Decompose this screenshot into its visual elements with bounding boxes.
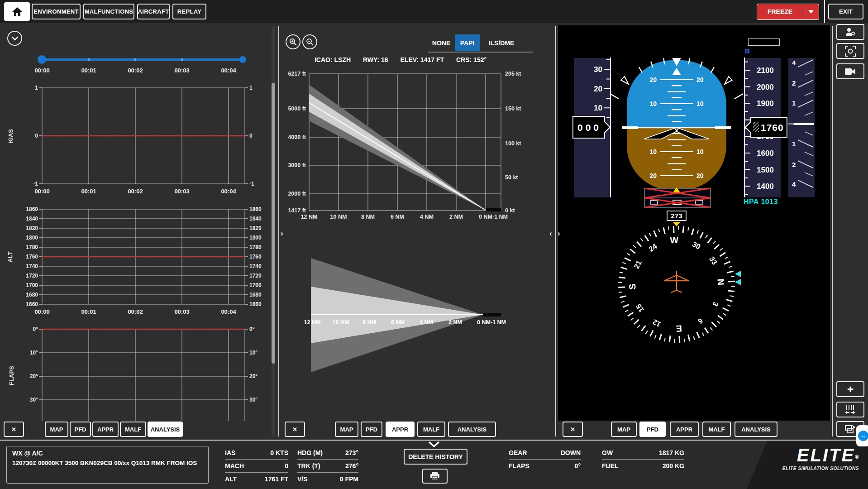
flaps-ytick-right: 0° bbox=[249, 326, 267, 332]
left-panel-scrollbar[interactable] bbox=[272, 27, 275, 437]
alt-time-label: 00:00 bbox=[34, 308, 49, 315]
wx-metar: 120730Z 00000KT 3500 BKN029CB 00/xx Q101… bbox=[12, 460, 203, 466]
freeze-label: FREEZE bbox=[757, 4, 803, 19]
left-panel-close-button[interactable]: ✕ bbox=[4, 422, 24, 437]
svg-text:2 NM: 2 NM bbox=[449, 214, 463, 220]
slider-time-label: 00:04 bbox=[221, 67, 236, 74]
instructor-station: ENVIRONMENT MALFUNCTIONS AIRCRAFT REPLAY… bbox=[0, 0, 868, 489]
middle-tab-analysis[interactable]: ANALYSIS bbox=[448, 422, 496, 437]
middle-tab-pfd[interactable]: PFD bbox=[361, 422, 382, 437]
focus-icon bbox=[845, 46, 856, 57]
collapse-panel-button[interactable] bbox=[7, 31, 22, 46]
right-tab-analysis[interactable]: ANALYSIS bbox=[734, 422, 777, 437]
splitter-expand-middle[interactable]: › bbox=[558, 231, 560, 236]
middle-tab-appr[interactable]: APPR bbox=[386, 422, 415, 437]
slider-time-label: 00:00 bbox=[34, 67, 49, 74]
kias-time-label: 00:00 bbox=[34, 188, 49, 195]
right-tab-map[interactable]: MAP bbox=[611, 422, 637, 437]
alt-ytick-right: 1700 bbox=[249, 282, 267, 288]
left-tab-malf[interactable]: MALF bbox=[120, 422, 146, 437]
zoom-in-icon bbox=[289, 38, 297, 46]
splitter-expand-left[interactable]: › bbox=[281, 231, 283, 236]
svg-text:205 kt: 205 kt bbox=[505, 71, 521, 77]
environment-button[interactable]: ENVIRONMENT bbox=[32, 4, 81, 19]
replay-button[interactable]: REPLAY bbox=[172, 4, 206, 19]
approach-mode-ilsdme[interactable]: ILS/DME bbox=[480, 34, 523, 51]
exit-button[interactable]: EXIT bbox=[828, 4, 863, 19]
alt-ytick-left: 1820 bbox=[20, 225, 38, 231]
malfunctions-button[interactable]: MALFUNCTIONS bbox=[83, 4, 134, 19]
add-panel-button[interactable]: + bbox=[836, 381, 864, 397]
svg-text:100 kt: 100 kt bbox=[505, 140, 521, 147]
slider-handle-start[interactable] bbox=[38, 55, 46, 64]
kias-ytick-left: 0 bbox=[20, 133, 38, 139]
svg-text:12 NM: 12 NM bbox=[304, 319, 321, 326]
table-row: GW1817 KG bbox=[602, 446, 684, 460]
left-tab-appr[interactable]: APPR bbox=[92, 422, 119, 437]
slider-time-label: 00:02 bbox=[128, 67, 143, 74]
table-row: FUEL200 KG bbox=[602, 460, 684, 472]
home-button[interactable] bbox=[4, 2, 30, 21]
right-panel-close-button[interactable]: ✕ bbox=[563, 422, 583, 437]
alt-ytick-right: 1840 bbox=[249, 216, 267, 222]
mode-underline bbox=[428, 52, 533, 53]
alt-time-label: 00:01 bbox=[81, 308, 96, 315]
approach-mode-none[interactable]: NONE bbox=[428, 34, 455, 51]
aircraft-button[interactable]: AIRCRAFT bbox=[137, 4, 170, 19]
right-tab-pfd[interactable]: PFD bbox=[639, 422, 666, 437]
splitter-collapse-middle[interactable]: ‹ bbox=[549, 231, 552, 236]
approach-mode-papi[interactable]: PAPI bbox=[455, 34, 480, 51]
alt-ytick-left: 1660 bbox=[20, 301, 38, 307]
flaps-ytick-left: 10° bbox=[20, 350, 38, 356]
replay-time-slider[interactable] bbox=[41, 58, 243, 61]
alt-ytick-right: 1860 bbox=[249, 206, 267, 212]
print-button[interactable] bbox=[422, 469, 448, 484]
table-row: FLAPS0° bbox=[509, 460, 581, 472]
right-tab-appr[interactable]: APPR bbox=[670, 422, 699, 437]
alt-ytick-left: 1700 bbox=[20, 282, 38, 288]
flaps-ytick-right: 30° bbox=[249, 397, 267, 403]
zoom-out-button[interactable] bbox=[302, 34, 317, 49]
alt-ytick-left: 1800 bbox=[20, 235, 38, 241]
kias-time-label: 00:01 bbox=[81, 188, 96, 195]
plus-icon: + bbox=[847, 383, 854, 396]
delete-history-button[interactable]: DELETE HISTORY bbox=[404, 449, 467, 465]
left-analysis-charts bbox=[39, 88, 248, 421]
freeze-dropdown[interactable] bbox=[803, 4, 819, 19]
svg-text:12 NM: 12 NM bbox=[301, 214, 318, 220]
left-tab-pfd[interactable]: PFD bbox=[70, 422, 91, 437]
video-record-button[interactable] bbox=[836, 63, 864, 79]
table-row: MACH0 bbox=[225, 460, 288, 473]
left-tab-map[interactable]: MAP bbox=[45, 422, 68, 437]
flaps-ytick-left: 20° bbox=[20, 373, 38, 379]
weather-box[interactable]: WX @ A/C 120730Z 00000KT 3500 BKN029CB 0… bbox=[6, 446, 209, 484]
splitter-middle-right[interactable] bbox=[555, 26, 556, 436]
teamviewer-badge[interactable]: ↔ bbox=[856, 425, 868, 446]
middle-tab-map[interactable]: MAP bbox=[335, 422, 358, 437]
distribute-panels-button[interactable] bbox=[836, 402, 864, 417]
middle-tab-malf[interactable]: MALF bbox=[417, 422, 445, 437]
freeze-button[interactable]: FREEZE bbox=[757, 4, 819, 20]
svg-text:3000 ft: 3000 ft bbox=[288, 162, 306, 168]
left-tab-analysis[interactable]: ANALYSIS bbox=[148, 422, 183, 437]
slider-time-label: 00:03 bbox=[174, 67, 189, 74]
slider-tick bbox=[134, 58, 136, 61]
airspeed-tape bbox=[574, 47, 611, 206]
svg-text:2 NM: 2 NM bbox=[448, 319, 462, 326]
scrollbar-thumb[interactable] bbox=[272, 83, 275, 364]
splitter-left-middle[interactable] bbox=[278, 26, 279, 436]
instructor-settings-button[interactable] bbox=[836, 24, 864, 40]
table-row: TRK (T)276° bbox=[297, 460, 358, 473]
alt-ytick-right: 1800 bbox=[249, 235, 267, 241]
svg-text:5000 ft: 5000 ft bbox=[288, 105, 306, 112]
zoom-in-button[interactable] bbox=[286, 34, 300, 49]
right-tab-malf[interactable]: MALF bbox=[702, 422, 731, 437]
center-view-button[interactable] bbox=[836, 43, 864, 59]
chevron-down-icon[interactable] bbox=[428, 441, 440, 448]
middle-panel-close-button[interactable]: ✕ bbox=[285, 422, 305, 437]
alt-ytick-left: 1740 bbox=[20, 263, 38, 269]
slider-handle-end[interactable] bbox=[239, 56, 246, 63]
flaps-ytick-left: 30° bbox=[20, 397, 38, 403]
kias-ytick-right: -1 bbox=[249, 181, 267, 187]
flaps-ytick-right: 10° bbox=[249, 350, 267, 356]
